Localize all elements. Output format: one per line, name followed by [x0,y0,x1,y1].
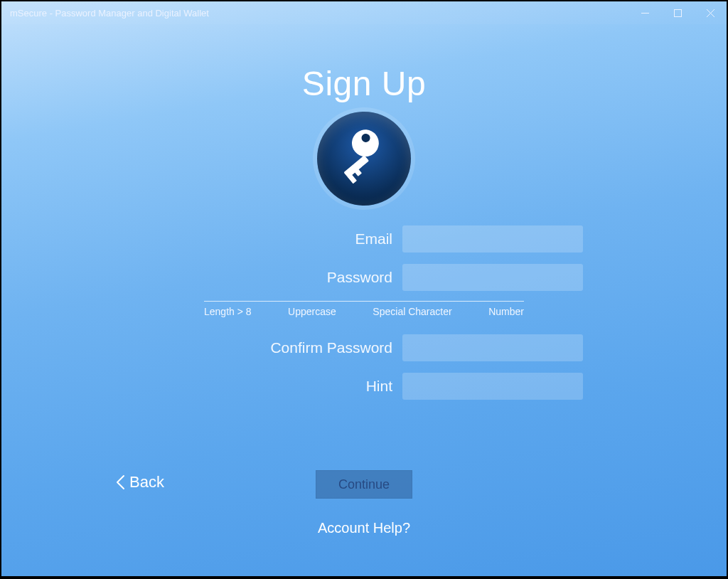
password-label: Password [136,269,402,286]
bottom-actions: Back Continue Account Help? [1,469,727,536]
back-label: Back [129,473,164,492]
maximize-button[interactable] [661,1,694,24]
password-row: Password [136,264,592,291]
password-requirements: Length > 8 Uppercase Special Character N… [204,301,524,317]
req-length: Length > 8 [204,306,252,317]
confirm-password-field[interactable] [402,334,583,361]
minimize-button[interactable] [628,1,661,24]
svg-point-4 [346,124,384,162]
hint-label: Hint [136,378,402,395]
confirm-password-row: Confirm Password [136,334,592,361]
titlebar: mSecure - Password Manager and Digital W… [1,1,727,24]
svg-rect-1 [674,9,681,16]
password-field[interactable] [402,264,583,291]
signup-form: Email Password Length > 8 Uppercase Spec… [136,220,592,405]
maximize-icon [674,9,682,17]
req-upper: Uppercase [288,306,336,317]
req-special: Special Character [373,306,451,317]
chevron-left-icon [115,474,125,490]
continue-button[interactable]: Continue [316,470,412,499]
hint-field[interactable] [402,373,583,400]
confirm-password-label: Confirm Password [136,339,402,356]
svg-rect-6 [343,155,369,178]
close-icon [707,9,714,17]
account-help-link[interactable]: Account Help? [318,520,410,536]
hint-row: Hint [136,373,592,400]
email-row: Email [136,225,592,253]
close-button[interactable] [694,1,727,24]
app-window: mSecure - Password Manager and Digital W… [1,1,727,576]
main-content: Sign Up Email Password [1,24,727,576]
minimize-icon [641,9,649,17]
window-title: mSecure - Password Manager and Digital W… [1,8,209,18]
req-number: Number [488,306,524,317]
email-label: Email [136,230,402,248]
email-field[interactable] [402,225,583,253]
back-button[interactable]: Back [115,473,164,492]
key-icon [321,115,407,201]
app-logo [317,112,411,206]
page-title: Sign Up [302,64,426,103]
